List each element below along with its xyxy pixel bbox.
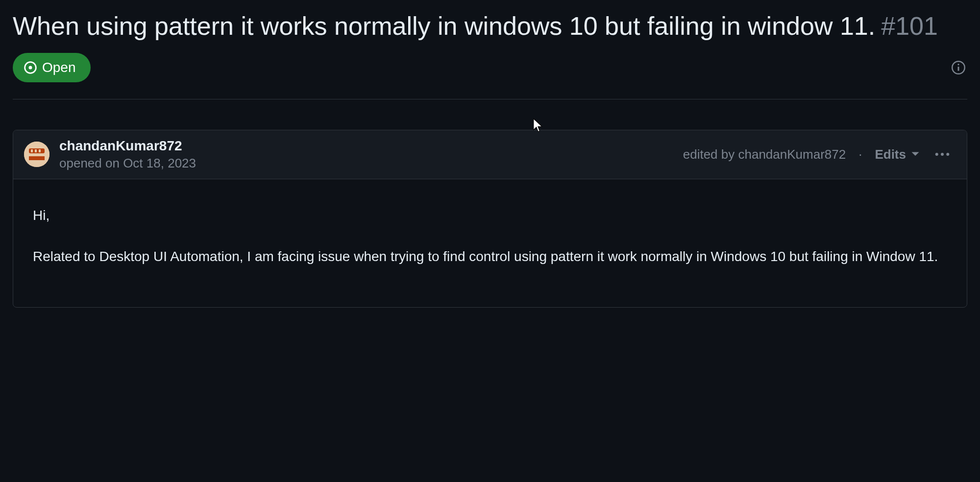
- comment-paragraph: Related to Desktop UI Automation, I am f…: [33, 246, 947, 268]
- comment-container: chandanKumar872 opened on Oct 18, 2023 e…: [13, 130, 967, 308]
- svg-rect-10: [29, 156, 45, 160]
- comment-header-left: chandanKumar872 opened on Oct 18, 2023: [24, 138, 196, 171]
- comment-paragraph: Hi,: [33, 205, 947, 227]
- svg-point-12: [941, 153, 944, 156]
- issue-title: When using pattern it works normally in …: [13, 10, 875, 43]
- issue-number: #101: [881, 11, 938, 41]
- status-row: Open: [13, 53, 967, 99]
- svg-point-11: [935, 153, 938, 156]
- svg-rect-5: [24, 142, 49, 167]
- svg-point-13: [946, 153, 949, 156]
- issue-open-icon: [24, 61, 37, 74]
- svg-rect-9: [39, 149, 41, 152]
- caret-down-icon: [911, 147, 920, 162]
- comment-header: chandanKumar872 opened on Oct 18, 2023 e…: [13, 130, 967, 179]
- svg-point-1: [29, 66, 32, 69]
- avatar[interactable]: [24, 142, 49, 167]
- svg-point-4: [957, 64, 959, 65]
- status-badge-open: Open: [13, 53, 91, 82]
- edits-label: Edits: [875, 147, 906, 162]
- issue-title-row: When using pattern it works normally in …: [13, 10, 967, 43]
- svg-rect-8: [35, 149, 37, 152]
- edited-by-label: edited by chandanKumar872: [683, 147, 846, 162]
- comment-actions-menu[interactable]: [932, 146, 952, 162]
- dot-separator: ·: [858, 147, 862, 162]
- status-label: Open: [42, 60, 76, 75]
- opened-on: opened on Oct 18, 2023: [59, 156, 196, 171]
- author-name[interactable]: chandanKumar872: [59, 138, 196, 154]
- svg-rect-7: [31, 149, 33, 152]
- author-block: chandanKumar872 opened on Oct 18, 2023: [59, 138, 196, 171]
- comment-header-right: edited by chandanKumar872 · Edits: [683, 146, 952, 162]
- edits-dropdown[interactable]: Edits: [875, 147, 920, 162]
- comment-body: Hi, Related to Desktop UI Automation, I …: [13, 179, 967, 308]
- issue-view: When using pattern it works normally in …: [0, 0, 980, 308]
- info-icon[interactable]: [950, 59, 967, 76]
